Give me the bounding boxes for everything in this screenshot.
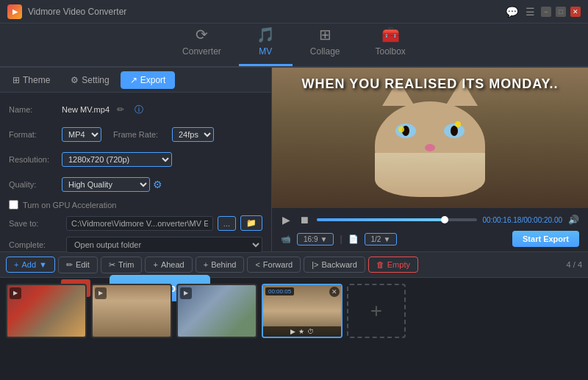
start-export-button-2[interactable]: Start Export — [512, 231, 579, 247]
theme-icon: ⊞ — [12, 75, 20, 85]
media-type-icon-1: ▶ — [10, 287, 21, 299]
quality-row: Quality: High Quality Medium Quality Low… — [9, 175, 262, 194]
cat-nose — [425, 144, 435, 151]
browse-dots-button[interactable]: ... — [218, 216, 236, 231]
nav-label-converter: Converter — [182, 46, 221, 57]
video-preview: WHEN YOU REALISED ITS MONDAY.. — [272, 68, 588, 208]
stop-button[interactable]: ⏹ — [298, 212, 311, 227]
clip-count: 4 / 4 — [567, 260, 582, 269]
empty-button[interactable]: 🗑 Empty — [368, 257, 418, 273]
chat-icon[interactable]: 💬 — [506, 6, 518, 18]
framerate-select[interactable]: 24fps 30fps 60fps — [172, 127, 214, 142]
complete-row: Complete: Open output folder Do nothing — [9, 237, 262, 253]
gpu-checkbox[interactable] — [9, 200, 18, 209]
play-button[interactable]: ▶ — [281, 212, 292, 227]
format-select[interactable]: MP4 MKV AVI — [62, 127, 101, 142]
nav-label-collage: Collage — [310, 46, 340, 57]
tab-theme-label: Theme — [23, 75, 50, 85]
film-controls: ▶ ★ ⏱ — [263, 326, 341, 337]
framerate-label: Frame Rate: — [113, 130, 172, 139]
tab-setting-label: Setting — [82, 75, 109, 85]
nav-item-mv[interactable]: 🎵 MV — [239, 20, 293, 66]
menu-icon[interactable]: ☰ — [526, 6, 535, 18]
format-label: Format: — [9, 130, 62, 139]
maximize-button[interactable]: □ — [556, 7, 566, 17]
progress-bar-row: ▶ ⏹ 00:00:16.18/00:00:20.00 🔊 — [281, 212, 579, 227]
progress-thumb[interactable] — [441, 216, 448, 223]
film-thumb-1[interactable]: ▶ — [6, 284, 87, 338]
save-path-input[interactable] — [66, 216, 213, 231]
name-row: Name: New MV.mp4 ✏ ⓘ — [9, 100, 262, 119]
window-controls: − □ ✕ — [541, 7, 581, 17]
cat-art — [375, 101, 485, 190]
backward-icon: |> — [312, 260, 318, 269]
mv-icon: 🎵 — [257, 26, 275, 43]
toolbox-icon: 🧰 — [381, 26, 400, 43]
main-layout: ⊞ Theme ⚙ Setting ↗ Export Name: New MV.… — [0, 68, 588, 251]
tab-theme[interactable]: ⊞ Theme — [3, 71, 60, 89]
complete-label: Complete: — [9, 240, 62, 249]
gpu-label[interactable]: Turn on GPU Acceleration — [23, 201, 116, 209]
film-star-icon[interactable]: ★ — [298, 328, 304, 335]
clip-position-button[interactable]: 1/2 ▼ — [365, 233, 398, 245]
left-panel: ⊞ Theme ⚙ Setting ↗ Export Name: New MV.… — [0, 68, 272, 251]
divider: | — [340, 234, 342, 244]
resolution-label: Resolution: — [9, 155, 62, 164]
film-add-slot[interactable]: + — [347, 284, 406, 338]
nav-label-mv: MV — [259, 46, 272, 57]
app-title: Vidmore Video Converter — [28, 7, 506, 17]
app-logo: ▶ — [7, 4, 22, 19]
film-play-icon[interactable]: ▶ — [290, 328, 295, 335]
quality-select[interactable]: High Quality Medium Quality Low Quality — [62, 177, 150, 192]
trash-icon: 🗑 — [376, 260, 384, 269]
progress-fill — [317, 218, 445, 221]
nav-item-converter[interactable]: ⟳ Converter — [165, 20, 239, 66]
tab-bar: ⊞ Theme ⚙ Setting ↗ Export — [0, 68, 271, 93]
gpu-row: Turn on GPU Acceleration — [9, 200, 262, 209]
nav-item-toolbox[interactable]: 🧰 Toolbox — [358, 20, 423, 66]
video-controls: ▶ ⏹ 00:00:16.18/00:00:20.00 🔊 📹 16:9 ▼ | — [272, 208, 588, 251]
aspect-ratio-button[interactable]: 16:9 ▼ — [297, 233, 334, 245]
tab-setting[interactable]: ⚙ Setting — [61, 71, 118, 89]
clip-position-label: 1/2 — [371, 235, 381, 243]
film-close-button[interactable]: ✕ — [329, 287, 340, 297]
backward-button[interactable]: |> Backward — [304, 257, 365, 273]
saveto-row: Save to: ... 📁 — [9, 215, 262, 231]
quality-settings-button[interactable]: ⚙ — [150, 179, 165, 190]
film-thumb-4[interactable]: 00:00:05 ✕ ▶ ★ ⏱ — [262, 284, 343, 338]
film-add-icon: + — [370, 299, 382, 323]
time-display: 00:00:16.18/00:00:20.00 — [483, 216, 562, 224]
open-folder-button[interactable]: 📁 — [240, 215, 262, 231]
clip-icon: 📹 — [281, 234, 291, 244]
minimize-button[interactable]: − — [541, 7, 551, 17]
controls-row2: 📹 16:9 ▼ | 📄 1/2 ▼ Start Export — [281, 231, 579, 247]
converter-icon: ⟳ — [196, 26, 208, 43]
film-time-badge: 00:00:05 — [265, 287, 294, 295]
film-thumb-2[interactable]: ▶ — [91, 284, 172, 338]
close-button[interactable]: ✕ — [570, 7, 581, 17]
edit-name-button[interactable]: ✏ — [114, 103, 127, 116]
tab-export[interactable]: ↗ Export — [121, 71, 176, 89]
info-icon: ⓘ — [132, 102, 146, 118]
nav-label-toolbox: Toolbox — [376, 46, 406, 57]
aspect-ratio-label: 16:9 — [304, 235, 318, 243]
complete-select[interactable]: Open output folder Do nothing — [66, 237, 262, 253]
setting-icon: ⚙ — [71, 75, 79, 85]
quality-label: Quality: — [9, 180, 62, 189]
focus-dot-2 — [455, 121, 461, 127]
media-type-icon-2: ▶ — [95, 287, 107, 299]
volume-icon[interactable]: 🔊 — [568, 215, 579, 225]
resolution-select[interactable]: 1280x720 (720p) 1920x1080 (1080p) 640x48… — [62, 152, 172, 167]
progress-track[interactable] — [317, 218, 477, 221]
film-clock-icon[interactable]: ⏱ — [307, 328, 314, 335]
video-caption: WHEN YOU REALISED ITS MONDAY.. — [272, 76, 588, 92]
nav-item-collage[interactable]: ⊞ Collage — [293, 20, 358, 66]
format-row: Format: MP4 MKV AVI Frame Rate: 24fps 30… — [9, 125, 262, 144]
page-icon: 📄 — [348, 234, 359, 244]
film-thumb-3[interactable]: ▶ — [176, 284, 257, 338]
resolution-row: Resolution: 1280x720 (720p) 1920x1080 (1… — [9, 150, 262, 169]
export-form: Name: New MV.mp4 ✏ ⓘ Format: MP4 MKV AVI… — [0, 93, 271, 260]
cat-eye-right — [444, 123, 465, 138]
name-label: Name: — [9, 105, 62, 114]
aspect-chevron-icon: ▼ — [320, 235, 327, 243]
